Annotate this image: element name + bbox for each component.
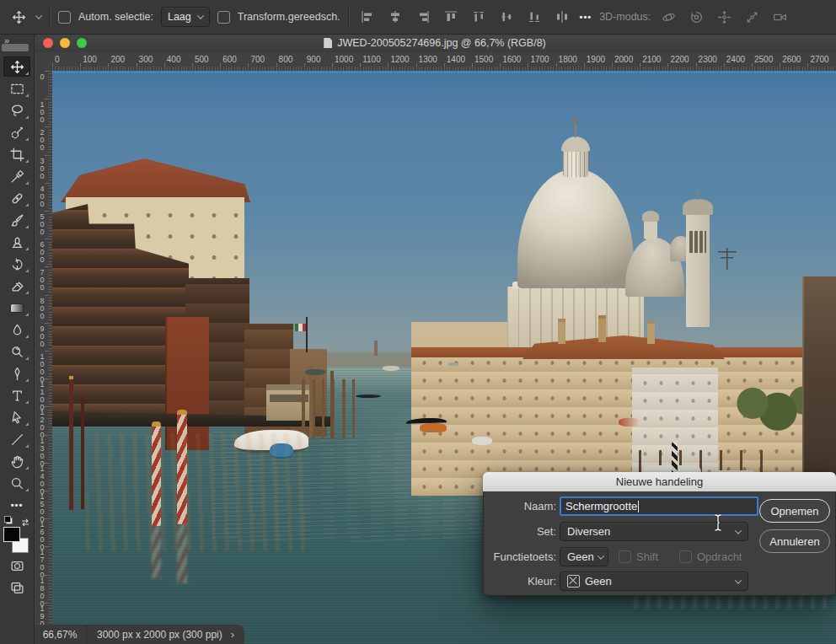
swap-colors-icon[interactable] <box>20 516 30 531</box>
pen-tool[interactable] <box>0 362 34 384</box>
crop-tool[interactable] <box>0 143 34 165</box>
function-key-dropdown[interactable]: Geen <box>560 547 608 566</box>
distribute-top-edges-button[interactable] <box>469 7 489 27</box>
clone-stamp-tool[interactable] <box>0 231 34 253</box>
auto-select-checkbox[interactable] <box>58 11 71 24</box>
command-checkbox[interactable]: Opdracht <box>679 550 742 563</box>
spot-healing-brush-tool[interactable] <box>0 187 34 209</box>
command-label: Opdracht <box>697 550 742 563</box>
bell-tower-belfry <box>689 231 706 253</box>
mode-3d-label: 3D-modus: <box>599 11 651 23</box>
distant-boat <box>305 369 325 375</box>
dialog-title[interactable]: Nieuwe handeling <box>483 472 836 492</box>
cancel-button[interactable]: Annuleren <box>759 529 830 553</box>
dodge-tool[interactable] <box>0 341 34 362</box>
function-key-label: Functietoets: <box>484 548 556 566</box>
transform-controls-checkbox[interactable] <box>217 11 230 24</box>
lasso-tool[interactable] <box>0 99 34 121</box>
edit-toolbar-button[interactable]: ••• <box>0 494 34 516</box>
color-swatches <box>0 516 34 555</box>
zoom-tool[interactable] <box>0 472 34 494</box>
eraser-tool[interactable] <box>0 275 34 297</box>
align-top-edges-button[interactable] <box>441 7 461 27</box>
3d-slide-icon[interactable] <box>742 7 762 27</box>
quick-mask-button[interactable] <box>0 555 34 577</box>
ruler-vertical[interactable]: 0100200300400500600700800900100011001200… <box>34 71 53 644</box>
distant-boat <box>448 362 458 366</box>
align-horizontal-centers-button[interactable] <box>385 7 405 27</box>
transform-controls-label: Transform.gereedsch. <box>238 11 340 23</box>
left-reflections <box>86 433 305 551</box>
bell-tower-finial <box>697 191 699 200</box>
distribute-horizontal-centers-button[interactable] <box>552 7 572 27</box>
align-left-edges-button[interactable] <box>357 7 378 27</box>
panel-grip[interactable] <box>2 44 29 51</box>
auto-select-value: Laag <box>168 11 191 23</box>
salute-statue <box>573 117 577 124</box>
tool-preset-chevron-icon[interactable] <box>35 12 42 19</box>
gradient-tool[interactable] <box>0 297 34 319</box>
document-info[interactable]: 3000 px x 2000 px (300 ppi) › <box>87 625 244 644</box>
flag-pole <box>306 317 308 352</box>
path-selection-tool[interactable] <box>0 406 34 428</box>
wood-pole <box>309 366 313 438</box>
move-tool[interactable] <box>0 56 34 78</box>
distribute-bottom-edges-button[interactable] <box>524 7 544 27</box>
3d-orbit-icon[interactable] <box>658 7 678 27</box>
type-tool[interactable] <box>0 384 34 406</box>
gondola <box>356 394 381 398</box>
line-tool[interactable] <box>0 428 34 450</box>
color-label: Kleur: <box>484 572 556 591</box>
rectangular-marquee-tool[interactable] <box>0 78 34 99</box>
text-caret <box>638 501 639 513</box>
auto-select-dropdown[interactable]: Laag <box>161 7 210 27</box>
red-boat <box>619 418 640 427</box>
salute-finial <box>575 123 576 137</box>
ruler-corner[interactable] <box>34 52 53 72</box>
quick-selection-tool[interactable] <box>0 121 34 143</box>
checkbox-icon <box>679 550 692 563</box>
3d-roll-icon[interactable] <box>686 7 706 27</box>
shift-label: Shift <box>636 550 658 563</box>
document-icon <box>324 38 332 48</box>
document-dimensions: 3000 px x 2000 px (300 ppi) <box>97 629 222 641</box>
3d-camera-icon[interactable] <box>769 7 790 27</box>
separator <box>49 7 51 27</box>
3d-pan-icon[interactable] <box>714 7 734 27</box>
set-value: Diversen <box>567 525 610 538</box>
wood-pole <box>330 371 334 438</box>
photoshop-screen: { "colors": {"accent_focus_blue": "#3c7c… <box>0 0 836 644</box>
color-dropdown[interactable]: Geen <box>560 572 748 591</box>
red-building <box>165 317 209 450</box>
shift-checkbox[interactable]: Shift <box>619 550 658 563</box>
more-options-button[interactable]: ••• <box>580 12 592 22</box>
align-right-edges-button[interactable] <box>413 7 433 27</box>
distant-boat <box>383 366 399 371</box>
status-chevron-icon[interactable]: › <box>231 628 234 641</box>
default-colors-icon[interactable] <box>4 516 13 524</box>
action-name-input[interactable]: Schermgrootte <box>560 496 758 516</box>
options-bar: Autom. selectie: Laag Transform.gereedsc… <box>0 0 836 35</box>
eyedropper-tool[interactable] <box>0 165 34 187</box>
orange-boat <box>420 423 447 432</box>
separator <box>348 7 350 27</box>
zoom-level-field[interactable]: 66,67% <box>34 625 87 644</box>
screen-mode-button[interactable] <box>0 577 34 598</box>
sky-top-band <box>52 71 836 73</box>
blur-tool[interactable] <box>0 319 34 341</box>
action-name-value: Schermgrootte <box>565 500 637 513</box>
bell-tower <box>686 212 710 327</box>
foreground-color-swatch[interactable] <box>3 527 20 542</box>
italian-flag <box>295 324 306 331</box>
hand-tool[interactable] <box>0 450 34 472</box>
record-button[interactable]: Opnemen <box>759 499 830 523</box>
ruler-horizontal[interactable]: 0100200300400500600700800900100011001200… <box>52 52 836 72</box>
brush-tool[interactable] <box>0 209 34 231</box>
window-titlebar[interactable]: JWED-200505274696.jpg @ 66,7% (RGB/8) <box>34 34 836 53</box>
second-dome-cap <box>642 211 659 222</box>
color-value: Geen <box>585 575 612 588</box>
tools-panel: » <box>0 34 35 644</box>
distribute-vertical-centers-button[interactable] <box>496 7 517 27</box>
history-brush-tool[interactable] <box>0 253 34 275</box>
move-tool-preset-icon[interactable] <box>8 7 29 27</box>
